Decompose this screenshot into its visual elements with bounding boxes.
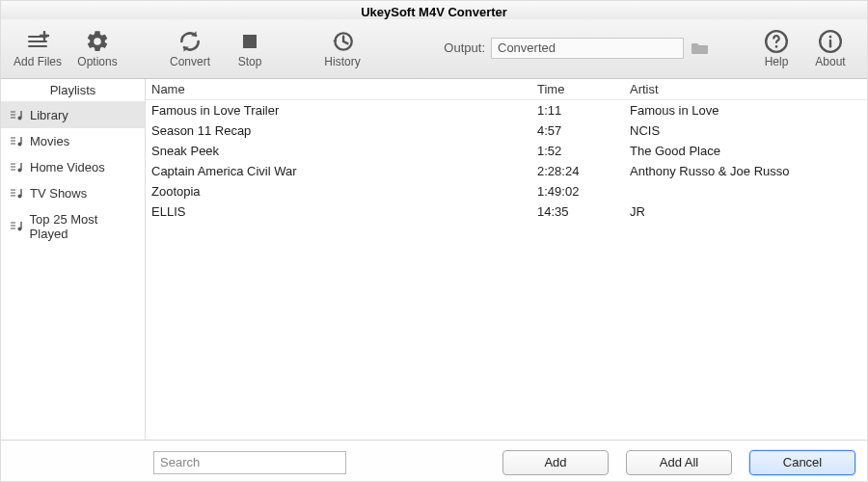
window-title: UkeySoft M4V Converter	[1, 1, 867, 19]
cell-name: Season 11 Recap	[151, 123, 537, 138]
sidebar-item-label: Movies	[30, 134, 69, 148]
table-header: Name Time Artist	[146, 79, 867, 100]
sidebar-item-tv-shows[interactable]: TV Shows	[1, 180, 145, 206]
svg-point-27	[18, 194, 22, 198]
cell-artist	[630, 184, 861, 199]
help-label: Help	[765, 55, 789, 68]
search-input[interactable]: Search	[153, 451, 346, 474]
history-icon	[330, 28, 355, 55]
toolbar: Add Files Options Convert Stop History O…	[1, 19, 867, 79]
stop-icon	[240, 28, 259, 55]
playlist-icon	[9, 187, 24, 201]
footer: Search Add Add All Cancel	[1, 440, 867, 482]
cell-name: Sneak Peek	[151, 144, 537, 158]
add-files-button[interactable]: Add Files	[11, 23, 65, 73]
cell-name: ELLIS	[151, 204, 537, 219]
cell-artist: JR	[630, 204, 861, 219]
history-button[interactable]: History	[315, 23, 369, 73]
output-path-field[interactable]: Converted	[491, 38, 684, 59]
info-icon	[818, 28, 843, 55]
stop-label: Stop	[238, 55, 262, 68]
browse-folder-button[interactable]	[690, 38, 711, 59]
playlist-icon	[9, 220, 24, 233]
sidebar: Playlists LibraryMoviesHome VideosTV Sho…	[1, 79, 146, 440]
col-artist-header[interactable]: Artist	[630, 82, 861, 96]
refresh-icon	[177, 28, 203, 55]
cell-artist: The Good Place	[630, 144, 861, 158]
col-name-header[interactable]: Name	[151, 82, 537, 96]
table-row[interactable]: Sneak Peek1:52The Good Place	[146, 141, 867, 161]
cell-time: 1:52	[537, 144, 630, 158]
history-label: History	[324, 55, 360, 68]
sidebar-item-home-videos[interactable]: Home Videos	[1, 154, 145, 180]
sidebar-item-label: TV Shows	[30, 186, 87, 201]
svg-point-19	[18, 142, 22, 146]
add-files-icon	[25, 28, 50, 55]
stop-button[interactable]: Stop	[223, 23, 277, 73]
help-button[interactable]: Help	[749, 23, 803, 73]
about-label: About	[815, 55, 845, 68]
add-files-label: Add Files	[14, 55, 62, 68]
svg-point-23	[18, 168, 22, 172]
cell-name: Captain America Civil War	[151, 164, 537, 178]
about-button[interactable]: About	[803, 23, 857, 73]
svg-point-15	[18, 116, 22, 120]
output-label: Output:	[444, 40, 485, 55]
svg-point-10	[829, 35, 832, 38]
playlist-icon	[9, 135, 24, 148]
convert-button[interactable]: Convert	[163, 23, 217, 73]
cell-artist: NCIS	[630, 123, 861, 138]
cancel-button[interactable]: Cancel	[749, 450, 855, 475]
add-button[interactable]: Add	[502, 450, 609, 475]
playlist-icon	[9, 161, 24, 174]
options-button[interactable]: Options	[70, 23, 124, 73]
cell-name: Zootopia	[151, 184, 537, 199]
folder-icon	[692, 41, 709, 55]
table-row[interactable]: Captain America Civil War2:28:24Anthony …	[146, 161, 867, 181]
add-all-button[interactable]: Add All	[626, 450, 732, 475]
cell-artist: Famous in Love	[630, 103, 861, 118]
col-time-header[interactable]: Time	[537, 82, 630, 96]
table-row[interactable]: Famous in Love Trailer1:11Famous in Love	[146, 100, 867, 120]
convert-label: Convert	[170, 55, 210, 68]
playlist-icon	[9, 109, 24, 122]
cell-time: 1:49:02	[537, 184, 630, 199]
sidebar-item-top-25-most-played[interactable]: Top 25 Most Played	[1, 206, 145, 247]
sidebar-header: Playlists	[1, 79, 145, 102]
svg-point-8	[775, 45, 778, 48]
sidebar-item-label: Top 25 Most Played	[30, 212, 137, 241]
cell-time: 14:35	[537, 204, 630, 219]
table-row[interactable]: Zootopia1:49:02	[146, 181, 867, 201]
table-row[interactable]: Season 11 Recap4:57NCIS	[146, 120, 867, 141]
cell-artist: Anthony Russo & Joe Russo	[630, 164, 861, 178]
cell-time: 4:57	[537, 123, 630, 138]
cell-name: Famous in Love Trailer	[151, 103, 537, 118]
sidebar-item-movies[interactable]: Movies	[1, 128, 145, 154]
output-group: Output: Converted	[444, 38, 711, 59]
table-row[interactable]: ELLIS14:35JR	[146, 201, 867, 222]
sidebar-item-label: Home Videos	[30, 160, 105, 174]
cell-time: 2:28:24	[537, 164, 630, 178]
svg-rect-5	[243, 35, 257, 48]
options-label: Options	[77, 55, 117, 68]
file-table: Name Time Artist Famous in Love Trailer1…	[146, 79, 867, 440]
cell-time: 1:11	[537, 103, 630, 118]
gear-icon	[85, 28, 110, 55]
svg-point-31	[17, 228, 21, 231]
sidebar-item-label: Library	[30, 108, 68, 122]
content-area: Name Time Artist Famous in Love Trailer1…	[146, 79, 867, 440]
help-icon	[764, 28, 789, 55]
sidebar-item-library[interactable]: Library	[1, 102, 145, 128]
